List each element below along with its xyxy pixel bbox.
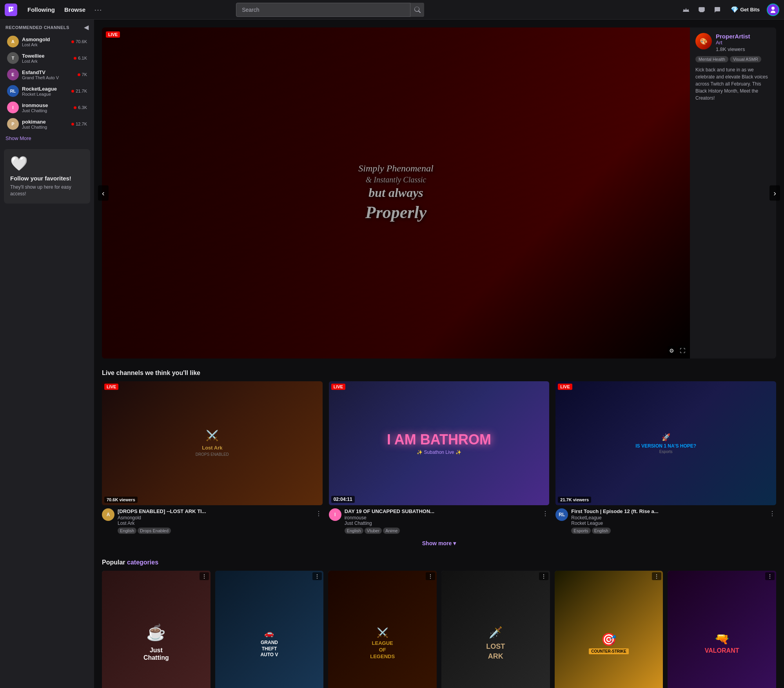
category-cover: ⚔️ LEAGUEOFLEGENDS ⋮ <box>328 571 437 688</box>
channel-card[interactable]: ⚔️ Lost Ark DROPS ENABLED LIVE 70.6K vie… <box>102 381 323 534</box>
live-badge: LIVE <box>104 384 118 390</box>
live-dot <box>71 123 74 126</box>
channel-meta-info: [DROPS ENABLED] --LOST ARK TI... Asmongo… <box>118 508 312 534</box>
search-input[interactable] <box>236 3 424 17</box>
featured-fullscreen-btn[interactable]: ⛶ <box>678 346 687 355</box>
chat-icon-btn[interactable] <box>711 4 724 16</box>
categories-title: Popular categories <box>102 559 776 566</box>
channel-tag[interactable]: English <box>345 528 363 534</box>
category-more-btn[interactable]: ⋮ <box>539 572 548 580</box>
channel-thumbnail: 🚀 IS VERSION 1 NA'S HOPE? Esports LIVE 2… <box>555 381 776 506</box>
channel-tags: EsportsEnglish <box>571 528 765 534</box>
sidebar-channel-item[interactable]: RL RocketLeague Rocket League 21.7K <box>2 83 93 99</box>
category-cover: 🚗 GRANDTHEFTAUTO V ⋮ <box>215 571 324 688</box>
carousel-next-btn[interactable]: › <box>769 185 780 200</box>
category-more-btn[interactable]: ⋮ <box>426 572 435 580</box>
follow-favorites-title: Follow your favorites! <box>10 175 84 182</box>
live-dot <box>74 106 76 109</box>
category-card[interactable]: ⚔️ LEAGUEOFLEGENDS ⋮ League of Legends 2… <box>328 571 437 688</box>
channel-meta: RL First Touch | Episode 12 (ft. Rise a.… <box>555 508 776 534</box>
browse-nav-link[interactable]: Browse <box>60 4 89 15</box>
sidebar-channel-item[interactable]: P pokimane Just Chatting 12.7K <box>2 116 93 132</box>
featured-thumbnail: Simply Phenomenal & Instantly Classic bu… <box>102 27 690 359</box>
sidebar-channel-game: Grand Theft Auto V <box>22 75 74 80</box>
nav-links: Following Browse ⋯ <box>24 4 105 16</box>
sidebar-channel-item[interactable]: A Asmongold Lost Ark 70.6K <box>2 33 93 50</box>
sidebar: RECOMMENDED CHANNELS ◀ A Asmongold Lost … <box>0 20 94 688</box>
channel-meta-avatar: I <box>329 508 341 521</box>
search-button[interactable] <box>410 3 424 17</box>
category-card[interactable]: ☕ JustChatting ⋮ Just Chatting 729K view… <box>102 571 211 688</box>
user-avatar[interactable] <box>767 4 779 16</box>
channel-meta-title: DAY 19 OF UNCAPPED SUBATHON... <box>345 508 539 514</box>
viewers-badge: 70.6K viewers <box>104 497 138 503</box>
channel-meta-streamer-name[interactable]: RocketLeague <box>571 515 765 521</box>
featured-video[interactable]: Simply Phenomenal & Instantly Classic bu… <box>102 27 690 359</box>
featured-section: Simply Phenomenal & Instantly Classic bu… <box>102 27 776 359</box>
channel-tag[interactable]: English <box>118 528 136 534</box>
channel-meta-streamer-name[interactable]: ironmouse <box>345 515 539 521</box>
live-dot <box>71 40 74 43</box>
carousel-prev-btn[interactable]: ‹ <box>98 185 109 200</box>
category-more-btn[interactable]: ⋮ <box>765 572 775 580</box>
nav-right: 💎 Get Bits <box>680 4 779 16</box>
channel-more-btn[interactable]: ⋮ <box>315 509 323 518</box>
topnav: Following Browse ⋯ 💎 <box>0 0 784 20</box>
category-more-btn[interactable]: ⋮ <box>652 572 661 580</box>
sidebar-channel-info: EsfandTV Grand Theft Auto V <box>22 69 74 80</box>
channel-meta-game[interactable]: Just Chatting <box>345 521 539 526</box>
channel-meta-title: [DROPS ENABLED] --LOST ARK TI... <box>118 508 312 514</box>
featured-streamer-name[interactable]: ProperArtist <box>716 33 750 40</box>
tag-visual-asmr[interactable]: Visual ASMR <box>730 56 761 62</box>
category-more-btn[interactable]: ⋮ <box>312 572 322 580</box>
inbox-icon-btn[interactable] <box>695 4 708 16</box>
sidebar-channel-info: ironmouse Just Chatting <box>22 102 71 113</box>
sidebar-channel-viewers: 21.7K <box>71 89 87 93</box>
channel-more-btn[interactable]: ⋮ <box>541 509 549 518</box>
channel-card[interactable]: I AM BATHROM ✨ Subathon Live ✨ LIVE 02:0… <box>329 381 550 534</box>
channel-meta-game[interactable]: Rocket League <box>571 521 765 526</box>
featured-tags: Mental Health Visual ASMR <box>695 56 771 62</box>
channel-card[interactable]: 🚀 IS VERSION 1 NA'S HOPE? Esports LIVE 2… <box>555 381 776 534</box>
show-more-channels-btn[interactable]: Show more ▾ <box>422 540 456 546</box>
channel-meta-avatar: RL <box>555 508 568 521</box>
featured-streamer-category[interactable]: Art <box>716 40 750 46</box>
sidebar-channel-name: Asmongold <box>22 36 68 42</box>
category-more-btn[interactable]: ⋮ <box>200 572 209 580</box>
following-nav-link[interactable]: Following <box>24 4 59 15</box>
category-card[interactable]: 🎯 COUNTER-STRIKE ⋮ Counter-Strike: ... 1… <box>555 571 663 688</box>
sidebar-channels-list: A Asmongold Lost Ark 70.6K T Towelliee L… <box>0 33 94 132</box>
channel-tag[interactable]: Drops Enabled <box>138 528 171 534</box>
channels-grid: ⚔️ Lost Ark DROPS ENABLED LIVE 70.6K vie… <box>102 381 776 534</box>
sidebar-channel-avatar: P <box>7 118 19 130</box>
sidebar-channel-game: Rocket League <box>22 92 68 96</box>
sidebar-collapse-btn[interactable]: ◀ <box>84 24 89 31</box>
sidebar-channel-item[interactable]: T Towelliee Lost Ark 6.1K <box>2 50 93 66</box>
more-nav-btn[interactable]: ⋯ <box>91 4 105 16</box>
show-more-row: Show more ▾ <box>102 537 776 550</box>
featured-settings-btn[interactable]: ⚙ <box>668 346 676 355</box>
channel-tag[interactable]: Vtuber <box>365 528 382 534</box>
svg-point-4 <box>771 7 775 10</box>
tag-mental-health[interactable]: Mental Health <box>695 56 728 62</box>
svg-rect-1 <box>10 8 11 10</box>
channel-tag[interactable]: English <box>592 528 611 534</box>
category-card[interactable]: 🗡️ LOSTARK ⋮ Lost Ark 186K viewers RPGAc… <box>441 571 550 688</box>
category-card[interactable]: 🔫 VALORANT ⋮ VALORANT 144K viewers Shoot… <box>668 571 776 688</box>
show-more-button[interactable]: Show More <box>0 132 37 144</box>
categories-grid: ☕ JustChatting ⋮ Just Chatting 729K view… <box>102 571 776 688</box>
twitch-logo[interactable] <box>5 4 17 16</box>
sidebar-channel-item[interactable]: I ironmouse Just Chatting 6.3K <box>2 99 93 116</box>
live-channels-section: Live channels we think you'll like ⚔️ Lo… <box>102 369 776 550</box>
channel-meta-streamer-name[interactable]: Asmongold <box>118 515 312 521</box>
channel-tag[interactable]: Anime <box>383 528 400 534</box>
channel-tag[interactable]: Esports <box>571 528 590 534</box>
sidebar-channel-item[interactable]: E EsfandTV Grand Theft Auto V 7K <box>2 66 93 83</box>
featured-controls: ⚙ ⛶ <box>668 346 687 355</box>
channel-meta-game[interactable]: Lost Ark <box>118 521 312 526</box>
get-bits-button[interactable]: 💎 Get Bits <box>727 4 764 16</box>
channel-more-btn[interactable]: ⋮ <box>768 509 776 518</box>
sidebar-channel-name: EsfandTV <box>22 69 74 75</box>
crown-icon-btn[interactable] <box>680 4 692 16</box>
category-card[interactable]: 🚗 GRANDTHEFTAUTO V ⋮ Grand Theft Auto...… <box>215 571 324 688</box>
